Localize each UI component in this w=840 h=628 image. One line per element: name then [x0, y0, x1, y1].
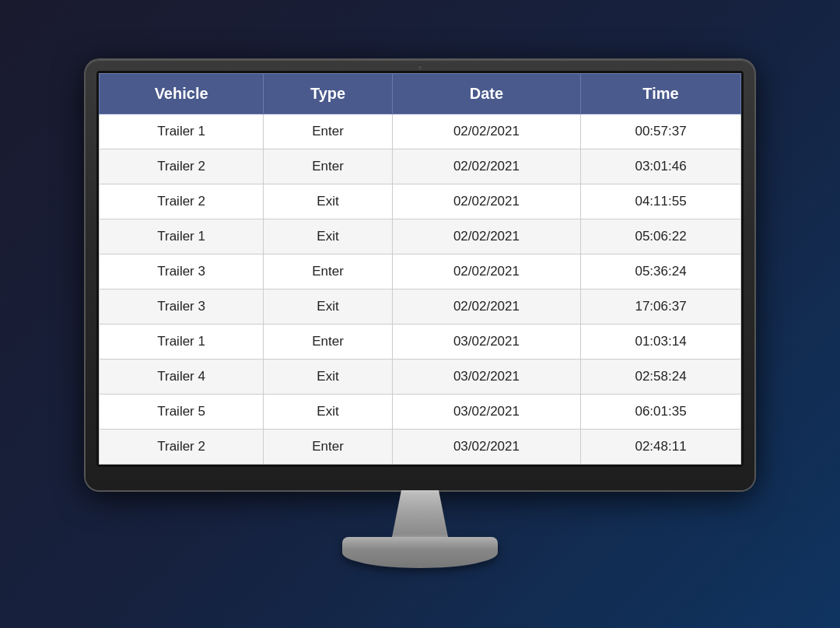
col-vehicle: Vehicle: [100, 74, 264, 114]
cell-time: 05:06:22: [581, 219, 741, 254]
table-row: Trailer 1Enter02/02/202100:57:37: [100, 114, 741, 149]
cell-vehicle: Trailer 2: [100, 184, 264, 219]
table-row: Trailer 1Exit02/02/202105:06:22: [100, 219, 741, 254]
table-row: Trailer 5Exit03/02/202106:01:35: [100, 395, 741, 430]
table-header: Vehicle Type Date Time: [100, 74, 741, 114]
cell-time: 02:48:11: [581, 430, 741, 465]
cell-date: 02/02/2021: [392, 114, 580, 149]
cell-vehicle: Trailer 1: [100, 325, 264, 360]
cell-date: 02/02/2021: [392, 219, 580, 254]
cell-time: 01:03:14: [581, 325, 741, 360]
cell-type: Enter: [264, 114, 393, 149]
cell-time: 02:58:24: [581, 360, 741, 395]
cell-date: 02/02/2021: [392, 289, 580, 325]
cell-time: 00:57:37: [581, 114, 741, 149]
cell-type: Enter: [264, 254, 393, 289]
table-row: Trailer 3Exit02/02/202117:06:37: [100, 289, 741, 325]
cell-time: 04:11:55: [581, 184, 741, 219]
cell-type: Exit: [264, 184, 393, 219]
cell-time: 17:06:37: [581, 289, 741, 325]
cell-date: 03/02/2021: [392, 360, 580, 395]
cell-date: 03/02/2021: [392, 325, 580, 360]
cell-vehicle: Trailer 4: [100, 360, 264, 395]
cell-date: 02/02/2021: [392, 149, 580, 184]
table-row: Trailer 2Exit02/02/202104:11:55: [100, 184, 741, 219]
table-row: Trailer 1Enter03/02/202101:03:14: [100, 325, 741, 360]
cell-type: Enter: [264, 430, 393, 465]
cell-time: 05:36:24: [581, 254, 741, 289]
cell-time: 06:01:35: [581, 395, 741, 430]
cell-vehicle: Trailer 3: [100, 254, 264, 289]
cell-type: Enter: [264, 149, 393, 184]
table-row: Trailer 4Exit03/02/202102:58:24: [100, 360, 741, 395]
table-row: Trailer 2Enter03/02/202102:48:11: [100, 430, 741, 465]
cell-type: Exit: [264, 395, 393, 430]
monitor: Vehicle Type Date Time Trailer 1Enter02/…: [86, 60, 754, 490]
header-row: Vehicle Type Date Time: [100, 74, 741, 114]
cell-vehicle: Trailer 2: [100, 430, 264, 465]
table-body: Trailer 1Enter02/02/202100:57:37Trailer …: [100, 114, 741, 465]
cell-date: 02/02/2021: [392, 184, 580, 219]
table-row: Trailer 2Enter02/02/202103:01:46: [100, 149, 741, 184]
cell-type: Exit: [264, 289, 393, 325]
cell-type: Exit: [264, 219, 393, 254]
cell-date: 03/02/2021: [392, 430, 580, 465]
cell-vehicle: Trailer 2: [100, 149, 264, 184]
cell-date: 03/02/2021: [392, 395, 580, 430]
cell-time: 03:01:46: [581, 149, 741, 184]
table-row: Trailer 3Enter02/02/202105:36:24: [100, 254, 741, 289]
monitor-stand-neck: [373, 490, 467, 537]
cell-type: Exit: [264, 360, 393, 395]
col-time: Time: [581, 74, 741, 114]
col-date: Date: [392, 74, 580, 114]
cell-date: 02/02/2021: [392, 254, 580, 289]
screen: Vehicle Type Date Time Trailer 1Enter02/…: [96, 71, 744, 467]
col-type: Type: [264, 74, 393, 114]
cell-type: Enter: [264, 325, 393, 360]
cell-vehicle: Trailer 1: [100, 114, 264, 149]
cell-vehicle: Trailer 1: [100, 219, 264, 254]
scene: Vehicle Type Date Time Trailer 1Enter02/…: [70, 60, 770, 568]
data-table: Vehicle Type Date Time Trailer 1Enter02/…: [99, 73, 741, 465]
monitor-stand-base: [342, 537, 498, 568]
cell-vehicle: Trailer 3: [100, 289, 264, 325]
cell-vehicle: Trailer 5: [100, 395, 264, 430]
